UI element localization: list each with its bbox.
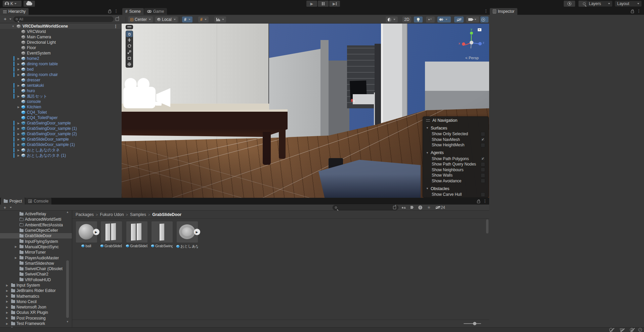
expand-arrow-icon[interactable]: ▶ — [17, 57, 20, 60]
layers-dropdown[interactable]: Layers — [587, 1, 612, 7]
audio-toggle[interactable] — [426, 16, 435, 23]
project-folder-row[interactable]: InputFlyingSystem — [0, 238, 72, 244]
grid-visibility-toggle[interactable]: # — [182, 16, 192, 23]
asset-thumbnail[interactable] — [126, 221, 147, 243]
hierarchy-row[interactable]: ▶Kitchien — [0, 104, 122, 110]
effects-dropdown-toggle[interactable] — [437, 16, 451, 23]
breadcrumb-item[interactable]: Samples — [130, 212, 146, 217]
hierarchy-row[interactable]: ▶GrabSlideDoor_sample — [0, 137, 122, 142]
project-search[interactable] — [333, 205, 398, 210]
hierarchy-row[interactable]: huro — [0, 88, 122, 94]
expand-arrow-icon[interactable]: ▶ — [15, 256, 17, 259]
project-folder-row[interactable]: ▶Mono Cecil — [0, 299, 72, 304]
project-folder-row[interactable]: ActiveRelay — [0, 211, 72, 217]
asset-thumbnail[interactable] — [152, 221, 173, 243]
hierarchy-row[interactable]: ▶dining room chair — [0, 72, 122, 77]
lock-icon[interactable] — [477, 201, 480, 203]
hierarchy-row[interactable]: ▶風呂セット — [0, 94, 122, 99]
hierarchy-row[interactable]: VRCWorld — [0, 29, 122, 34]
asset-thumbnail[interactable]: ▶ — [76, 221, 97, 243]
play-badge-icon[interactable]: ▶ — [93, 229, 99, 235]
hierarchy-row[interactable]: ▶GrabSlideDoor_sample (1) — [0, 142, 122, 147]
hierarchy-row[interactable]: ▶おとしあなのタネ — [0, 147, 122, 153]
expand-arrow-icon[interactable]: ▶ — [17, 122, 20, 125]
asset-item[interactable]: GrabSlideD... — [126, 221, 147, 248]
play-badge-icon[interactable]: ▶ — [194, 229, 200, 235]
pause-button[interactable] — [318, 1, 329, 7]
checkbox[interactable] — [481, 179, 485, 183]
shading-mode-dropdown[interactable] — [386, 16, 398, 23]
project-folder-row[interactable]: AdvancedWorldSetti — [0, 217, 72, 222]
cloud-services-button[interactable] — [24, 1, 35, 7]
expand-arrow-icon[interactable]: ▶ — [17, 73, 20, 76]
asset-item[interactable]: ▶おとしあなの... — [176, 221, 198, 249]
filter-by-type-icon[interactable] — [402, 207, 406, 209]
hierarchy-row[interactable]: CQ4_Toilet — [0, 110, 122, 115]
checkbox[interactable] — [481, 162, 485, 167]
expand-arrow-icon[interactable]: ▶ — [17, 143, 20, 146]
tool-handle-rotation-dropdown[interactable]: Local — [155, 16, 178, 23]
expand-arrow-icon[interactable]: ▶ — [6, 295, 8, 298]
scene-camera-icon[interactable] — [478, 28, 481, 31]
breadcrumb-item[interactable]: GrabSlideDoor — [152, 212, 181, 217]
hierarchy-row[interactable]: ▶GrabSwingDoor_sample (2) — [0, 131, 122, 137]
expand-arrow-icon[interactable]: ▶ — [15, 245, 17, 248]
asset-item[interactable]: GrabSwing... — [151, 221, 173, 248]
expand-arrow-icon[interactable]: ▶ — [6, 317, 8, 320]
hierarchy-row[interactable]: Directional Light — [0, 40, 122, 45]
scene-viewport[interactable]: y x z < Persp AI Navigation ▼SurfacesSho… — [122, 24, 489, 198]
add-object-caret[interactable] — [9, 19, 11, 20]
hierarchy-row[interactable]: Floor — [0, 45, 122, 50]
checkbox[interactable] — [481, 173, 485, 178]
expand-arrow-icon[interactable]: ▶ — [6, 300, 8, 303]
breadcrumb-item[interactable]: Packages — [76, 212, 94, 217]
favorites-star-icon[interactable]: ★ — [427, 205, 431, 210]
camera-settings-dropdown[interactable] — [466, 16, 479, 23]
scene-lighting-toggle[interactable] — [414, 16, 423, 23]
hierarchy-row[interactable]: ▶GrabSwingDoor_sample (1) — [0, 126, 122, 131]
asset-item[interactable]: ▶ball — [76, 221, 97, 248]
project-folder-row[interactable]: GameObjectCeller — [0, 228, 72, 233]
project-folder-row[interactable]: ▶JetBrains Rider Editor — [0, 288, 72, 293]
hierarchy-row[interactable]: Main Camera — [0, 34, 122, 40]
asset-scrollbar[interactable] — [486, 219, 489, 320]
expand-arrow-icon[interactable]: ▶ — [17, 133, 20, 136]
hierarchy-row[interactable]: dresser — [0, 77, 122, 83]
tool-handle-position-dropdown[interactable]: Center — [128, 16, 153, 23]
tab-inspector[interactable]: Inspector — [490, 8, 517, 15]
hierarchy-search[interactable] — [13, 16, 114, 22]
expand-arrow-icon[interactable]: ▶ — [6, 306, 8, 309]
rotate-tool[interactable] — [126, 43, 133, 49]
scene-orientation-gizmo[interactable]: y x z — [456, 27, 487, 58]
expand-arrow-icon[interactable]: ▶ — [17, 95, 20, 98]
project-folder-row[interactable]: ▶Oculus XR Plugin — [0, 310, 72, 315]
asset-thumbnail[interactable] — [101, 221, 122, 243]
expand-arrow-icon[interactable]: ▶ — [17, 127, 20, 130]
view-hand-tool[interactable] — [126, 31, 133, 37]
checkbox[interactable] — [481, 143, 485, 147]
kebab-menu-icon[interactable]: ⋮ — [114, 9, 118, 13]
hierarchy-row[interactable]: ▶dining room table — [0, 61, 122, 67]
overlay-section-title[interactable]: ▼Surfaces — [423, 125, 488, 131]
hierarchy-search-input[interactable] — [19, 17, 111, 21]
hierarchy-row[interactable]: ▶おとしあなのタネ (1) — [0, 153, 122, 158]
expand-arrow-icon[interactable]: ▶ — [17, 63, 20, 66]
thumbnail-zoom-slider[interactable] — [464, 323, 481, 324]
hierarchy-row[interactable]: ▶GrabSwingDoor_sample — [0, 120, 122, 126]
kebab-menu-icon[interactable]: ⋮ — [483, 199, 487, 203]
overlay-section-title[interactable]: ▼Agents — [423, 150, 488, 156]
checkbox-checked[interactable]: ✓ — [481, 137, 485, 142]
move-tool[interactable] — [126, 37, 133, 43]
tab-game[interactable]: Game — [144, 8, 167, 15]
folder-scrollbar[interactable]: ▲ ▼ — [66, 211, 69, 323]
video-camera-gizmo-icon[interactable] — [123, 77, 175, 111]
checkbox[interactable] — [481, 132, 485, 136]
tab-console[interactable]: Console — [25, 198, 51, 205]
tab-project[interactable]: Project — [1, 198, 25, 205]
expand-arrow-icon[interactable]: ▶ — [6, 289, 8, 292]
hierarchy-row[interactable]: ▶home2 — [0, 56, 122, 61]
account-button[interactable]: K — [3, 1, 22, 7]
lock-icon[interactable] — [108, 11, 111, 13]
hierarchy-row[interactable]: console — [0, 99, 122, 104]
2d-toggle[interactable]: 2D — [402, 16, 411, 23]
